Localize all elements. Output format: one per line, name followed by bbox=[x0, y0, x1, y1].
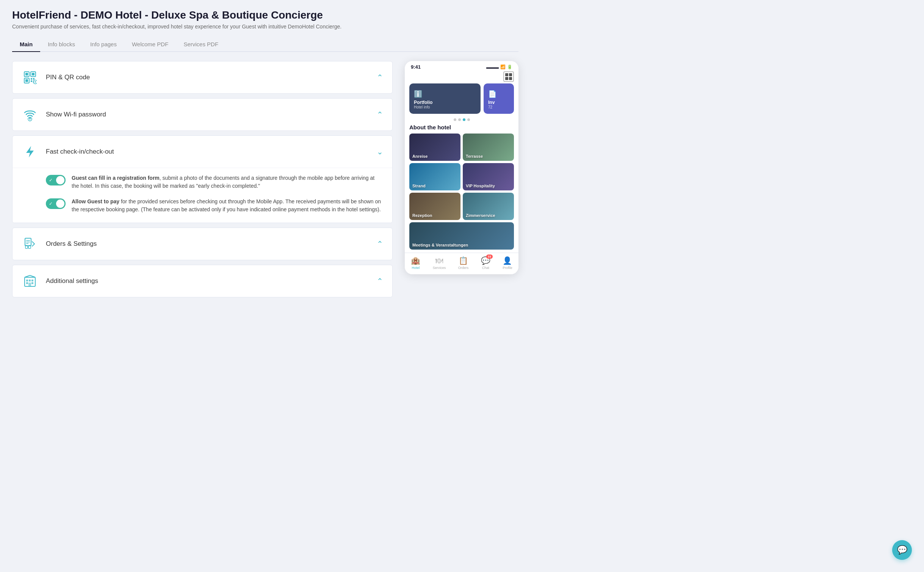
toggle-payment[interactable]: ✓ bbox=[46, 198, 66, 209]
toggle-payment-text: Allow Guest to pay for the provided serv… bbox=[72, 198, 383, 214]
nav-hotel-label: Hotel bbox=[412, 266, 420, 270]
chat-bubble-icon: 💬 bbox=[897, 545, 907, 555]
tile-meetings-label: Meetings & Veranstaltungen bbox=[409, 240, 471, 250]
services-nav-icon: 🍽 bbox=[435, 256, 443, 265]
wifi-chevron: ⌃ bbox=[377, 110, 383, 119]
accordion-wifi: Show Wi-fi password ⌃ bbox=[12, 98, 393, 131]
accordion-additional: Additional settings ⌃ bbox=[12, 265, 393, 297]
tile-zimmer-label: Zimmerservice bbox=[463, 211, 498, 220]
phone-card-inv[interactable]: 📄 Inv 72 bbox=[484, 83, 514, 114]
nav-chat-label: Chat bbox=[482, 266, 489, 270]
nav-orders-label: Orders bbox=[458, 266, 469, 270]
nav-services-label: Services bbox=[433, 266, 446, 270]
chat-bubble-button[interactable]: 💬 bbox=[892, 540, 912, 560]
tile-vip-label: VIP Hospitality bbox=[463, 181, 498, 190]
hotel-tile-anreise[interactable]: Anreise bbox=[409, 134, 460, 161]
page-subtitle: Convenient purchase of services, fast ch… bbox=[12, 24, 518, 30]
inv-card-subtitle: 72 bbox=[488, 105, 509, 109]
checkin-body: ✓ Guest can fill in a registration form,… bbox=[13, 168, 392, 223]
hotel-tile-meetings[interactable]: Meetings & Veranstaltungen bbox=[409, 222, 514, 250]
profile-nav-icon: 👤 bbox=[503, 256, 512, 265]
phone-qr-small-icon bbox=[503, 71, 514, 82]
phone-qr-bar bbox=[405, 71, 518, 83]
svg-rect-3 bbox=[32, 73, 34, 75]
svg-rect-8 bbox=[31, 80, 32, 82]
inv-card-title: Inv bbox=[488, 100, 509, 105]
svg-rect-16 bbox=[29, 118, 31, 119]
hotel-tile-rezeption[interactable]: Rezeption bbox=[409, 193, 460, 220]
tab-welcome-pdf[interactable]: Welcome PDF bbox=[124, 37, 176, 52]
phone-mockup: 9:41 ▬▬▬ 📶 🔋 bbox=[405, 61, 518, 274]
nav-orders[interactable]: 📋 Orders bbox=[458, 256, 469, 270]
tab-info-blocks[interactable]: Info blocks bbox=[40, 37, 83, 52]
doc-icon: 📄 bbox=[488, 90, 509, 98]
accordion-pin-qr-header[interactable]: PIN & QR code ⌃ bbox=[13, 61, 392, 93]
tab-nav: Main Info blocks Info pages Welcome PDF … bbox=[12, 37, 518, 52]
phone-card-portfolio[interactable]: ℹ️ Portfolio Hotel info bbox=[409, 83, 481, 114]
phone-bottom-nav: 🏨 Hotel 🍽 Services 📋 Orders 💬 33 C bbox=[405, 253, 518, 274]
page-title: HotelFriend - DEMO Hotel - Deluxe Spa & … bbox=[12, 9, 518, 21]
nav-profile-label: Profile bbox=[503, 266, 512, 270]
phone-status-icons: ▬▬▬ 📶 🔋 bbox=[486, 64, 512, 69]
svg-rect-28 bbox=[31, 282, 33, 284]
hotel-tiles-grid: Anreise Terrasse Strand VIP Hospitality bbox=[405, 134, 518, 253]
svg-rect-26 bbox=[31, 280, 33, 281]
tab-main[interactable]: Main bbox=[12, 37, 40, 52]
accordion-orders: Orders & Settings ⌃ bbox=[12, 228, 393, 260]
svg-rect-24 bbox=[26, 280, 28, 281]
phone-time: 9:41 bbox=[411, 64, 421, 70]
orders-icon bbox=[22, 236, 38, 252]
accordion-panel: PIN & QR code ⌃ bbox=[12, 61, 393, 302]
nav-hotel[interactable]: 🏨 Hotel bbox=[411, 256, 420, 270]
orders-title: Orders & Settings bbox=[46, 240, 369, 248]
hotel-tile-terrasse[interactable]: Terrasse bbox=[463, 134, 514, 161]
svg-rect-5 bbox=[25, 79, 28, 82]
nav-profile[interactable]: 👤 Profile bbox=[503, 256, 512, 270]
svg-rect-27 bbox=[26, 282, 28, 284]
nav-services[interactable]: 🍽 Services bbox=[433, 256, 446, 270]
portfolio-card-title: Portfolio bbox=[414, 100, 476, 105]
checkin-chevron: ⌄ bbox=[377, 147, 383, 156]
phone-status-bar: 9:41 ▬▬▬ 📶 🔋 bbox=[405, 61, 518, 71]
hotel-tile-vip[interactable]: VIP Hospitality bbox=[463, 163, 514, 190]
additional-title: Additional settings bbox=[46, 277, 369, 285]
pin-qr-title: PIN & QR code bbox=[46, 74, 369, 81]
main-content: PIN & QR code ⌃ bbox=[12, 61, 518, 302]
hotel-tile-zimmer[interactable]: Zimmerservice bbox=[463, 193, 514, 220]
svg-rect-7 bbox=[33, 78, 34, 80]
accordion-pin-qr: PIN & QR code ⌃ bbox=[12, 61, 393, 94]
tile-strand-label: Strand bbox=[409, 181, 429, 190]
accordion-additional-header[interactable]: Additional settings ⌃ bbox=[13, 265, 392, 297]
toggle-row-registration: ✓ Guest can fill in a registration form,… bbox=[46, 174, 383, 190]
orders-chevron: ⌃ bbox=[377, 239, 383, 248]
tile-rezeption-label: Rezeption bbox=[409, 211, 435, 220]
phone-cards: ℹ️ Portfolio Hotel info 📄 Inv 72 bbox=[405, 83, 518, 117]
phone-preview: 9:41 ▬▬▬ 📶 🔋 bbox=[405, 61, 518, 274]
svg-rect-6 bbox=[31, 78, 32, 80]
about-hotel-title: About the hotel bbox=[405, 124, 518, 134]
toggle-registration-text: Guest can fill in a registration form, s… bbox=[72, 174, 383, 190]
wifi-title: Show Wi-fi password bbox=[46, 111, 369, 118]
portfolio-card-subtitle: Hotel info bbox=[414, 105, 476, 109]
orders-nav-icon: 📋 bbox=[459, 256, 468, 265]
carousel-dots bbox=[405, 117, 518, 124]
tab-info-pages[interactable]: Info pages bbox=[83, 37, 124, 52]
accordion-checkin: Fast check-in/check-out ⌄ ✓ Guest can fi… bbox=[12, 135, 393, 223]
wifi-icon bbox=[22, 106, 38, 123]
svg-rect-29 bbox=[28, 283, 31, 286]
nav-chat[interactable]: 💬 33 Chat bbox=[481, 256, 490, 270]
toggle-registration[interactable]: ✓ bbox=[46, 175, 66, 185]
checkin-title: Fast check-in/check-out bbox=[46, 148, 369, 156]
additional-chevron: ⌃ bbox=[377, 277, 383, 286]
tile-terrasse-label: Terrasse bbox=[463, 152, 486, 161]
svg-rect-1 bbox=[25, 73, 28, 75]
pin-qr-chevron: ⌃ bbox=[377, 73, 383, 82]
qr-icon bbox=[22, 69, 38, 86]
hotel-tile-strand[interactable]: Strand bbox=[409, 163, 460, 190]
accordion-wifi-header[interactable]: Show Wi-fi password ⌃ bbox=[13, 99, 392, 130]
accordion-checkin-header[interactable]: Fast check-in/check-out ⌄ bbox=[13, 136, 392, 168]
tab-services-pdf[interactable]: Services PDF bbox=[176, 37, 226, 52]
accordion-orders-header[interactable]: Orders & Settings ⌃ bbox=[13, 228, 392, 260]
svg-rect-25 bbox=[29, 280, 31, 281]
chat-badge: 33 bbox=[486, 255, 493, 259]
